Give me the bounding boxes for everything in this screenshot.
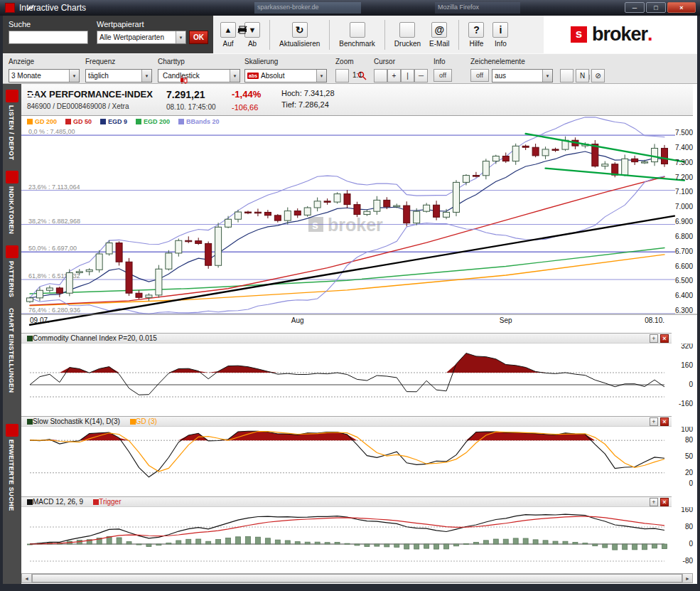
zeichenelemente-label: Zeichenelemente [470,58,525,65]
svg-text:76,4% : 6.280,936: 76,4% : 6.280,936 [28,307,80,314]
abs-badge-icon: abs [247,73,259,79]
search-input[interactable] [9,31,88,44]
cursor-arrow-button[interactable] [374,69,387,82]
application-window: Interactive Charts sparkassen-broker.de … [0,0,700,591]
security-type-select[interactable]: Alle Wertpapierarten ▼ [97,31,186,44]
cci-panel-header: Commodity Channel Index P=20, 0.015 + × [21,333,672,344]
zoom-button[interactable] [335,69,349,82]
cci-legend-chip [27,336,33,341]
day-high: Hoch: 7.341,28 [281,89,335,97]
svg-text:160: 160 [681,507,693,513]
scroll-right-arrow[interactable]: ► [682,574,692,582]
security-type-label: Wertpapierart [97,20,144,28]
toolbar-separator [384,20,385,50]
news-button[interactable]: N [576,69,589,82]
cursor-crosshair-button[interactable]: + [387,69,401,82]
panel-close-icon[interactable]: × [660,417,669,426]
ok-button[interactable]: OK [189,31,208,44]
macd-legend-chip [27,499,33,505]
skalierung-select[interactable]: abs Absolut ▼ [244,69,327,82]
depot-icon[interactable] [6,90,18,102]
patterns-icon[interactable] [6,245,18,258]
security-type-value: Alle Wertpapierarten [99,33,176,41]
svg-text:80: 80 [685,436,694,444]
close-button[interactable]: × [667,2,696,13]
print-button[interactable]: Drucken [394,22,421,48]
search-icon[interactable] [6,424,18,437]
title-bar[interactable]: Interactive Charts sparkassen-broker.de … [0,0,700,16]
svg-text:20: 20 [685,469,694,476]
columns-view-button[interactable] [560,69,574,82]
panel-controls: + × [650,498,669,506]
chevron-down-icon: ▼ [69,70,79,82]
svg-text:09.07.: 09.07. [30,316,50,324]
panel-settings-icon[interactable]: + [650,334,658,343]
frequenz-label: Frequenz [85,58,115,65]
stochastic-legend-chip [27,419,33,425]
panel-close-icon[interactable]: × [660,334,669,343]
scrollbar-thumb[interactable] [32,574,682,582]
svg-text:Sep: Sep [500,316,512,324]
svg-text:50: 50 [685,452,694,460]
info-toggle[interactable]: off [434,69,452,82]
sidebar-item-indikatoren[interactable]: INDIKATOREN [8,186,15,234]
brand-logo: s broker . [544,16,697,53]
toolbar-separator [458,20,459,50]
svg-text:0,0 % : 7.485,00: 0,0 % : 7.485,00 [28,128,75,135]
help-button[interactable]: ? Hilfe [468,22,484,48]
indicators-icon[interactable] [6,171,18,183]
zeichenelemente-toggle[interactable]: off [470,69,489,82]
sidebar-item-patterns[interactable]: PATTERNS [8,261,15,297]
horizontal-scrollbar[interactable]: ◄ ► [21,573,693,583]
svg-text:-160: -160 [679,400,693,407]
maximize-button[interactable]: □ [646,2,666,13]
svg-text:7.500: 7.500 [675,129,693,137]
macd-panel-header: MACD 12, 26, 9 Trigger + × [21,496,672,507]
refresh-icon: ↻ [292,22,308,38]
macd-panel-canvas[interactable]: 160800-80 [21,507,697,569]
chevron-down-icon: ▼ [176,31,185,43]
chevron-down-icon: ▼ [316,70,326,82]
sidebar-item-chart-einstellungen[interactable]: CHART EINSTELLUNGEN [8,308,15,393]
benchmark-button[interactable]: Benchmark [339,22,375,48]
sidebar-item-listen-depot[interactable]: LISTEN / DEPOT [8,105,15,161]
minimize-button[interactable]: ─ [625,2,645,13]
panel-settings-icon[interactable]: + [650,498,658,506]
svg-text:320: 320 [681,344,693,350]
sbroker-logo-dot: . [647,23,653,46]
scroll-left-arrow[interactable]: ◄ [22,574,32,582]
window-controls: ─ □ × [625,2,696,13]
refresh-button[interactable]: ↻ Aktualisieren [279,22,320,48]
search-panel: Suche Wertpapierart Alle Wertpapierarten… [3,16,213,53]
cursor-vline-button[interactable]: | [401,69,414,82]
trigger-title: Trigger [99,498,121,506]
svg-text:6.400: 6.400 [675,292,693,299]
circle-tool-button[interactable]: ⊘ [591,69,605,82]
anzeige-value: 3 Monate [11,72,69,80]
up-button[interactable]: ▲ Auf [220,22,236,48]
main-chart-canvas[interactable]: sbroker0,0 % : 7.485,0023,6% : 7.113,064… [21,116,697,329]
email-button[interactable]: @ E-Mail [429,22,449,48]
printer-icon [399,22,415,38]
sidebar-item-erweiterte-suche[interactable]: ERWEITERTE SUCHE [8,440,15,511]
svg-text:6.300: 6.300 [675,307,693,314]
panel-settings-icon[interactable]: + [650,417,658,426]
zeichenelemente-select[interactable]: aus ▼ [492,69,553,82]
question-icon: ? [468,22,484,38]
cci-panel-canvas[interactable]: 3201600-160 [21,344,697,407]
info-button[interactable]: i Info [492,22,508,48]
info-icon: i [492,22,508,38]
cursor-hline-button[interactable]: ─ [414,69,428,82]
charttyp-select[interactable]: Candlestick ▼ [158,69,240,82]
stochastic-panel-canvas[interactable]: 1008050200 [21,427,697,486]
skalierung-label: Skalierung [244,58,278,65]
frequenz-select[interactable]: täglich ▼ [85,69,152,82]
zoom-label: Zoom [335,58,354,65]
gd3-legend-chip [130,419,136,425]
sbroker-logo-text: broker [592,23,647,46]
quote-header: DAX PERFORMANCE-INDEX 846900 / DE0008469… [21,84,693,116]
panel-close-icon[interactable]: × [660,498,669,506]
anzeige-select[interactable]: 3 Monate ▼ [9,69,80,82]
line-chart-icon [350,22,365,38]
chart-settings-toolbar: Anzeige 3 Monate ▼ Frequenz täglich ▼ Ch… [3,53,697,84]
